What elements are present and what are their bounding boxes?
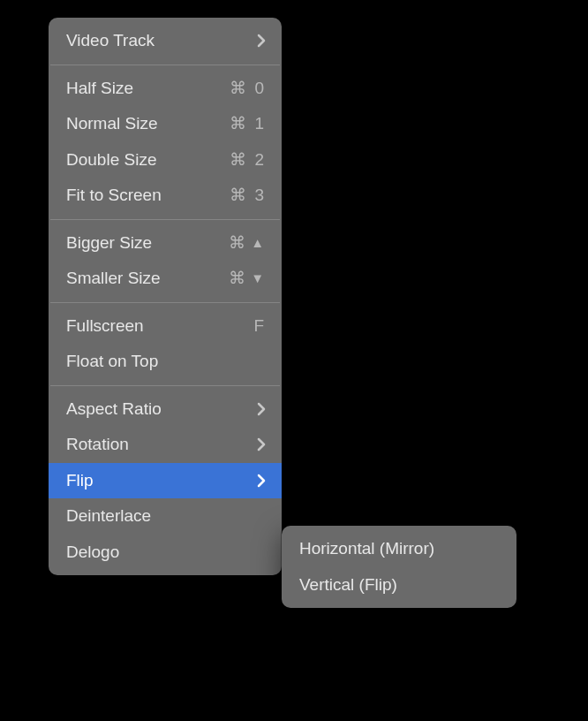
menu-item-smaller-size[interactable]: Smaller Size ⌘ ▼ [49, 261, 282, 297]
arrow-up-icon: ▲ [251, 233, 266, 254]
menu-item-float-on-top[interactable]: Float on Top [49, 344, 282, 380]
submenu-item-horizontal[interactable]: Horizontal (Mirror) [282, 531, 516, 567]
menu-item-aspect-ratio[interactable]: Aspect Ratio [49, 391, 282, 428]
menu-label: Normal Size [66, 111, 230, 137]
menu-label: Bigger Size [66, 231, 229, 256]
menu-item-video-track[interactable]: Video Track [49, 23, 282, 59]
menu-label: Float on Top [66, 349, 266, 375]
menu-item-half-size[interactable]: Half Size ⌘ 0 [49, 71, 282, 107]
arrow-down-icon: ▼ [251, 269, 266, 289]
menu-item-fit-to-screen[interactable]: Fit to Screen ⌘ 3 [49, 178, 282, 214]
menu-label: Deinterlace [66, 504, 266, 529]
menu-shortcut: ⌘ 0 [230, 76, 266, 102]
menu-label: Video Track [66, 28, 257, 54]
menu-shortcut: ⌘ ▲ [229, 231, 266, 256]
menu-label: Smaller Size [66, 266, 229, 292]
menu-label: Vertical (Flip) [299, 573, 501, 598]
menu-separator [50, 385, 280, 386]
chevron-right-icon [257, 402, 266, 416]
chevron-right-icon [257, 34, 266, 48]
submenu-item-vertical[interactable]: Vertical (Flip) [282, 567, 516, 603]
menu-shortcut: ⌘ ▼ [229, 266, 266, 292]
menu-item-flip[interactable]: Flip [49, 463, 282, 499]
menu-label: Half Size [66, 76, 230, 102]
menu-item-normal-size[interactable]: Normal Size ⌘ 1 [49, 106, 282, 142]
menu-shortcut: F [253, 314, 266, 339]
menu-item-deinterlace[interactable]: Deinterlace [49, 498, 282, 535]
menu-label: Fit to Screen [66, 183, 230, 209]
menu-shortcut: ⌘ 2 [230, 148, 266, 173]
menu-label: Delogo [66, 540, 266, 565]
cmd-icon: ⌘ [229, 231, 247, 256]
menu-item-delogo[interactable]: Delogo [49, 535, 282, 571]
cmd-icon: ⌘ [229, 266, 247, 292]
chevron-right-icon [257, 474, 266, 488]
menu-item-rotation[interactable]: Rotation [49, 427, 282, 463]
video-context-menu: Video Track Half Size ⌘ 0 Normal Size ⌘ … [49, 18, 282, 575]
menu-shortcut: ⌘ 3 [230, 183, 266, 209]
menu-item-double-size[interactable]: Double Size ⌘ 2 [49, 142, 282, 178]
flip-submenu: Horizontal (Mirror) Vertical (Flip) [282, 526, 516, 608]
menu-label: Flip [66, 468, 257, 494]
menu-label: Fullscreen [66, 314, 253, 339]
menu-label: Rotation [66, 432, 257, 458]
menu-separator [50, 65, 280, 65]
menu-label: Aspect Ratio [66, 397, 257, 422]
chevron-right-icon [257, 437, 266, 452]
menu-separator [50, 302, 280, 303]
menu-label: Double Size [66, 148, 230, 173]
menu-item-fullscreen[interactable]: Fullscreen F [49, 308, 282, 345]
menu-separator [50, 219, 280, 220]
menu-label: Horizontal (Mirror) [299, 536, 501, 562]
menu-item-bigger-size[interactable]: Bigger Size ⌘ ▲ [49, 225, 282, 262]
menu-shortcut: ⌘ 1 [230, 111, 266, 137]
